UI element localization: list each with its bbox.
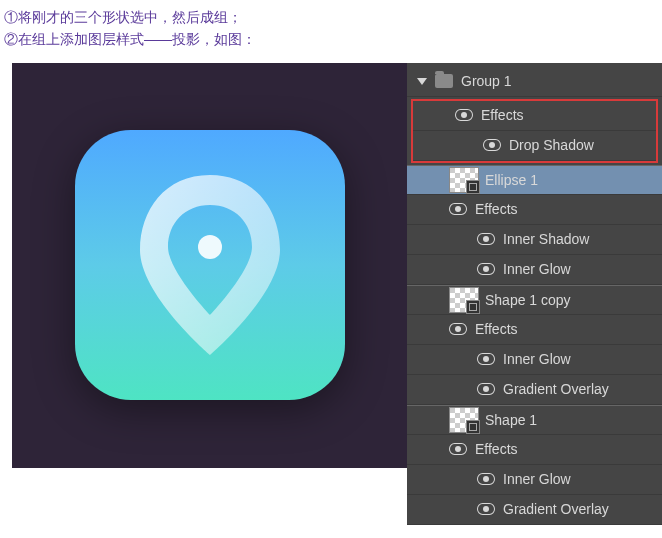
effect-label: Inner Shadow <box>503 231 662 247</box>
svg-point-0 <box>198 235 222 259</box>
eye-icon[interactable] <box>449 323 467 335</box>
layer-thumbnail <box>449 167 479 193</box>
effects-label: Effects <box>481 107 656 123</box>
effects-label: Effects <box>475 441 662 457</box>
effect-inner-glow[interactable]: Inner Glow <box>407 465 662 495</box>
vector-mask-badge-icon <box>466 420 480 434</box>
effects-row[interactable]: Effects <box>407 195 662 225</box>
app-icon-preview <box>75 130 345 400</box>
highlight-annotation: Effects Drop Shadow <box>411 99 658 163</box>
instruction-line-2: ②在组上添加图层样式——投影，如图： <box>4 28 658 50</box>
eye-icon[interactable] <box>477 263 495 275</box>
effect-inner-glow[interactable]: Inner Glow <box>407 345 662 375</box>
layer-label: Shape 1 <box>485 412 662 428</box>
effects-row[interactable]: Effects <box>407 435 662 465</box>
layer-shape-1-copy[interactable]: Shape 1 copy <box>407 285 662 315</box>
folder-icon <box>435 74 453 88</box>
vector-mask-badge-icon <box>466 180 480 194</box>
layer-group-1[interactable]: Group 1 <box>407 67 662 97</box>
effects-row[interactable]: Effects <box>413 101 656 131</box>
layer-label: Shape 1 copy <box>485 292 662 308</box>
pin-shape <box>130 165 290 365</box>
eye-icon[interactable] <box>449 443 467 455</box>
layer-shape-1[interactable]: Shape 1 <box>407 405 662 435</box>
eye-icon[interactable] <box>477 383 495 395</box>
effect-inner-glow[interactable]: Inner Glow <box>407 255 662 285</box>
layer-thumbnail <box>449 287 479 313</box>
effect-inner-shadow[interactable]: Inner Shadow <box>407 225 662 255</box>
layer-thumbnail <box>449 407 479 433</box>
layer-label: Ellipse 1 <box>485 172 662 188</box>
effects-row[interactable]: Effects <box>407 315 662 345</box>
eye-icon[interactable] <box>477 353 495 365</box>
effect-drop-shadow[interactable]: Drop Shadow <box>413 131 656 161</box>
eye-icon[interactable] <box>477 233 495 245</box>
effect-label: Inner Glow <box>503 351 662 367</box>
eye-icon[interactable] <box>477 503 495 515</box>
layers-panel: Group 1 Effects Drop Shadow Ellipse 1 Ef… <box>407 63 662 525</box>
effect-gradient-overlay[interactable]: Gradient Overlay <box>407 375 662 405</box>
effect-label: Inner Glow <box>503 471 662 487</box>
effect-label: Drop Shadow <box>509 137 656 153</box>
instruction-line-1: ①将刚才的三个形状选中，然后成组； <box>4 6 658 28</box>
layer-ellipse-1[interactable]: Ellipse 1 <box>407 165 662 195</box>
effects-label: Effects <box>475 321 662 337</box>
canvas-preview <box>12 63 407 468</box>
vector-mask-badge-icon <box>466 300 480 314</box>
layer-label: Group 1 <box>461 73 662 89</box>
effect-label: Inner Glow <box>503 261 662 277</box>
eye-icon[interactable] <box>449 203 467 215</box>
eye-icon[interactable] <box>455 109 473 121</box>
effect-gradient-overlay[interactable]: Gradient Overlay <box>407 495 662 525</box>
eye-icon[interactable] <box>483 139 501 151</box>
eye-icon[interactable] <box>477 473 495 485</box>
effects-label: Effects <box>475 201 662 217</box>
effect-label: Gradient Overlay <box>503 381 662 397</box>
instruction-text: ①将刚才的三个形状选中，然后成组； ②在组上添加图层样式——投影，如图： <box>0 0 662 63</box>
effect-label: Gradient Overlay <box>503 501 662 517</box>
disclosure-triangle-icon[interactable] <box>417 78 427 85</box>
